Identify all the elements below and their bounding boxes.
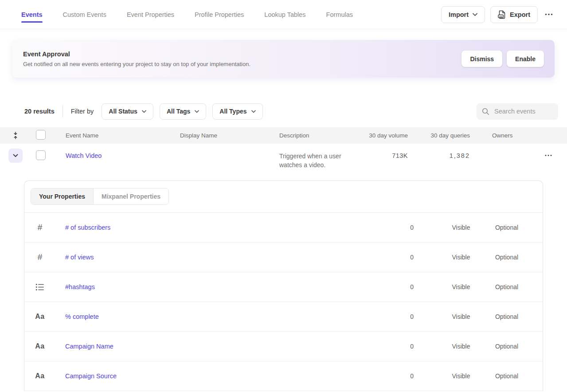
- search-icon: [482, 108, 489, 115]
- property-visibility[interactable]: Visible: [439, 372, 483, 380]
- tags-filter-label: All Tags: [167, 108, 190, 115]
- property-requirement[interactable]: Optional: [483, 283, 530, 290]
- hash-glyph: #: [38, 223, 43, 232]
- row-more-options-button[interactable]: [543, 152, 554, 159]
- property-visibility[interactable]: Visible: [439, 313, 483, 320]
- property-count: 0: [387, 372, 414, 380]
- property-requirement[interactable]: Optional: [483, 372, 530, 380]
- row-checkbox[interactable]: [36, 150, 46, 160]
- list-type-icon: [24, 283, 55, 291]
- property-name-link[interactable]: #hashtags: [55, 283, 387, 290]
- export-button-label: Export: [510, 11, 530, 18]
- property-name-link[interactable]: # of subscribers: [55, 224, 387, 231]
- tab-events-label: Events: [21, 11, 43, 18]
- tab-profile-properties[interactable]: Profile Properties: [195, 0, 244, 29]
- collapse-rows-icon: [12, 132, 19, 139]
- lexicon-tabs: Events Custom Events Event Properties Pr…: [21, 0, 353, 29]
- chevron-down-icon: [13, 154, 18, 157]
- types-filter-label: All Types: [219, 108, 246, 115]
- text-type-icon: Aa: [24, 313, 55, 321]
- chevron-down-icon: [195, 110, 199, 113]
- properties-tab-bar: Your Properties Mixpanel Properties: [24, 181, 543, 213]
- column-header-event-name[interactable]: Event Name: [66, 132, 180, 139]
- svg-text:csv: csv: [499, 15, 503, 17]
- property-row: Aa % complete 0 Visible Optional: [24, 302, 543, 332]
- property-visibility[interactable]: Visible: [439, 254, 483, 261]
- tab-event-properties[interactable]: Event Properties: [127, 0, 174, 29]
- banner-title: Event Approval: [23, 51, 250, 58]
- csv-file-icon: csv: [498, 10, 506, 19]
- tab-events[interactable]: Events: [21, 0, 43, 29]
- results-count: 20 results: [24, 108, 55, 115]
- property-visibility[interactable]: Visible: [439, 343, 483, 350]
- property-row: #hashtags 0 Visible Optional: [24, 272, 543, 302]
- event-properties-panel: Your Properties Mixpanel Properties # # …: [24, 180, 543, 391]
- tab-mixpanel-properties[interactable]: Mixpanel Properties: [93, 188, 168, 204]
- aa-glyph: Aa: [35, 342, 44, 350]
- event-30-day-volume: 713K: [364, 152, 408, 159]
- column-header-display-name[interactable]: Display Name: [180, 132, 279, 139]
- tab-your-properties[interactable]: Your Properties: [31, 188, 93, 204]
- property-requirement[interactable]: Optional: [483, 343, 530, 350]
- import-button[interactable]: Import: [441, 6, 485, 23]
- property-visibility[interactable]: Visible: [439, 224, 483, 231]
- property-requirement[interactable]: Optional: [483, 313, 530, 320]
- tab-formulas[interactable]: Formulas: [326, 0, 353, 29]
- tab-custom-events-label: Custom Events: [63, 11, 106, 18]
- property-count: 0: [387, 313, 414, 320]
- event-name-link[interactable]: Watch Video: [66, 152, 102, 159]
- ellipsis-icon: [545, 154, 552, 157]
- events-table-header: Event Name Display Name Description 30 d…: [0, 127, 567, 144]
- column-header-30-day-volume[interactable]: 30 day volume: [364, 132, 408, 139]
- property-count: 0: [387, 283, 414, 290]
- property-count: 0: [387, 224, 414, 231]
- more-options-button[interactable]: [543, 11, 555, 18]
- chevron-down-icon: [251, 110, 256, 113]
- enable-button[interactable]: Enable: [507, 51, 544, 67]
- property-visibility[interactable]: Visible: [439, 283, 483, 290]
- property-name-link[interactable]: Campaign Name: [55, 343, 387, 350]
- number-type-icon: #: [24, 223, 55, 232]
- properties-tab-group: Your Properties Mixpanel Properties: [31, 188, 169, 205]
- filter-bar: 20 results Filter by All Status All Tags…: [0, 103, 567, 120]
- tab-lookup-tables[interactable]: Lookup Tables: [264, 0, 305, 29]
- column-header-description[interactable]: Description: [279, 132, 364, 139]
- column-header-owners[interactable]: Owners: [470, 132, 523, 139]
- property-name-link[interactable]: % complete: [55, 313, 387, 320]
- export-button[interactable]: csv Export: [490, 6, 538, 23]
- column-header-30-day-queries[interactable]: 30 day queries: [408, 132, 470, 139]
- search-events-box: [477, 103, 558, 120]
- search-events-input[interactable]: [493, 107, 553, 115]
- event-approval-banner: Event Approval Get notified on all new e…: [12, 40, 555, 78]
- banner-text: Event Approval Get notified on all new e…: [23, 51, 250, 67]
- collapse-all-button[interactable]: [10, 130, 21, 141]
- aa-glyph: Aa: [35, 372, 44, 380]
- property-row: Aa Campaign Name 0 Visible Optional: [24, 332, 543, 361]
- types-filter-dropdown[interactable]: All Types: [212, 103, 262, 120]
- tab-custom-events[interactable]: Custom Events: [63, 0, 106, 29]
- top-navigation: Events Custom Events Event Properties Pr…: [0, 0, 567, 29]
- property-requirement[interactable]: Optional: [483, 224, 530, 231]
- status-filter-label: All Status: [109, 108, 137, 115]
- chevron-down-icon: [142, 110, 146, 113]
- collapse-row-button[interactable]: [8, 149, 23, 163]
- event-row-watch-video: Watch Video Triggered when a user watche…: [0, 144, 567, 180]
- property-count: 0: [387, 343, 414, 350]
- hash-glyph: #: [38, 252, 43, 262]
- property-count: 0: [387, 254, 414, 261]
- select-all-checkbox[interactable]: [36, 130, 46, 140]
- property-row: # # of views 0 Visible Optional: [24, 243, 543, 272]
- import-button-label: Import: [449, 11, 469, 18]
- property-requirement[interactable]: Optional: [483, 254, 530, 261]
- dismiss-button[interactable]: Dismiss: [461, 51, 502, 67]
- aa-glyph: Aa: [35, 313, 44, 321]
- tab-event-properties-label: Event Properties: [127, 11, 174, 18]
- filter-by-label: Filter by: [71, 108, 94, 115]
- tags-filter-dropdown[interactable]: All Tags: [160, 103, 206, 120]
- number-type-icon: #: [24, 252, 55, 262]
- property-name-link[interactable]: Campaign Source: [55, 372, 387, 380]
- status-filter-dropdown[interactable]: All Status: [102, 103, 153, 120]
- header-actions: Import csv Export: [441, 0, 555, 29]
- property-name-link[interactable]: # of views: [55, 254, 387, 261]
- banner-subtitle: Get notified on all new events entering …: [23, 61, 250, 67]
